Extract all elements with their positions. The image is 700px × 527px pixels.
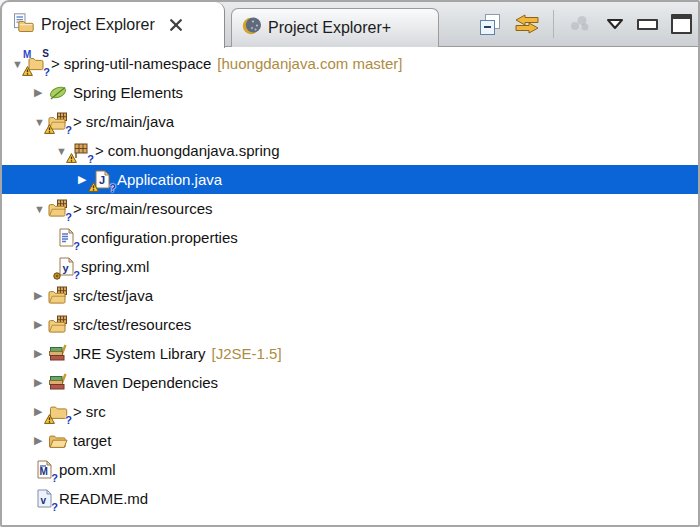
tree-item-label: src/test/java bbox=[73, 287, 153, 304]
warning-overlay-icon bbox=[44, 124, 55, 134]
tree-item-label: spring-util-namespace bbox=[64, 55, 212, 72]
package-folder-icon bbox=[48, 286, 68, 306]
tree-expander-collapsed-icon[interactable]: ▶ bbox=[34, 289, 48, 302]
tree-row-pom-xml[interactable]: M?pom.xml bbox=[2, 455, 698, 484]
tab-label: Project Explorer+ bbox=[268, 19, 391, 37]
library-icon bbox=[48, 373, 68, 393]
question-overlay-icon: ? bbox=[65, 415, 72, 426]
svg-text:y: y bbox=[63, 262, 70, 274]
tree-item-label: Spring Elements bbox=[73, 84, 183, 101]
git-dirty-prefix: > bbox=[73, 403, 82, 420]
toolbar-separator bbox=[553, 10, 554, 38]
tree-row-src-main-resources[interactable]: ▼?>src/main/resources bbox=[2, 194, 698, 223]
properties-file-icon: ? bbox=[56, 228, 76, 248]
tree-row-com-huongdanjava-spring[interactable]: ▼?>com.huongdanjava.spring bbox=[2, 136, 698, 165]
question-overlay-icon: ? bbox=[43, 67, 50, 78]
java-file-icon: J? bbox=[92, 170, 112, 190]
tree-expander-collapsed-icon[interactable]: ▶ bbox=[34, 318, 48, 331]
tree-item-label: src/test/resources bbox=[73, 316, 191, 333]
question-overlay-icon: ? bbox=[65, 125, 72, 136]
question-overlay-icon: ? bbox=[51, 502, 58, 513]
tree-item-label: pom.xml bbox=[59, 461, 116, 478]
warning-overlay-icon bbox=[44, 414, 55, 424]
maven-project-icon: MS? bbox=[26, 54, 46, 74]
view-toolbar bbox=[480, 2, 692, 46]
collapse-all-icon[interactable] bbox=[480, 14, 501, 35]
tree-item-label: src bbox=[86, 403, 106, 420]
folder-open-icon bbox=[48, 431, 68, 451]
view-tab-bar: Project Explorer Project Explorer+ bbox=[2, 2, 698, 47]
minimize-icon[interactable] bbox=[637, 19, 658, 30]
tree-row-spring-xml[interactable]: y?spring.xml bbox=[2, 252, 698, 281]
view-menu-icon[interactable] bbox=[606, 18, 624, 30]
tree-row-src-test-java[interactable]: ▶src/test/java bbox=[2, 281, 698, 310]
package-icon: ? bbox=[70, 141, 90, 161]
project-tree: ▼MS?>spring-util-namespace[huongdanjava.… bbox=[2, 47, 698, 527]
tree-row-src[interactable]: ▶?>src bbox=[2, 397, 698, 426]
git-dirty-prefix: > bbox=[95, 142, 104, 159]
tree-row-maven-dependencies[interactable]: ▶Maven Dependencies bbox=[2, 368, 698, 397]
tree-item-label: Maven Dependencies bbox=[73, 374, 218, 391]
question-overlay-icon: ? bbox=[87, 154, 94, 165]
project-explorer-icon bbox=[12, 13, 34, 37]
tree-item-label: target bbox=[73, 432, 111, 449]
decorator-text: [huongdanjava.com master] bbox=[217, 55, 402, 72]
svg-text:M: M bbox=[40, 466, 48, 477]
gear-overlay-icon bbox=[53, 272, 61, 280]
question-overlay-icon: ? bbox=[109, 183, 116, 194]
svg-text:v: v bbox=[41, 495, 47, 506]
maven-overlay-icon: M bbox=[23, 50, 31, 60]
project-explorer-window: Project Explorer Project Explorer+ bbox=[0, 0, 700, 527]
link-with-editor-icon[interactable] bbox=[514, 14, 540, 34]
tree-row-target[interactable]: ▶target bbox=[2, 426, 698, 455]
pom-file-icon: M? bbox=[34, 460, 54, 480]
warning-overlay-icon bbox=[88, 182, 99, 192]
close-icon[interactable] bbox=[168, 17, 184, 33]
tab-project-explorer-plus[interactable]: Project Explorer+ bbox=[231, 8, 439, 47]
tree-row-src-test-resources[interactable]: ▶src/test/resources bbox=[2, 310, 698, 339]
package-folder-icon: ? bbox=[48, 112, 68, 132]
tree-item-label: configuration.properties bbox=[81, 229, 238, 246]
decorator-text: [J2SE-1.5] bbox=[212, 345, 282, 362]
tree-item-label: com.huongdanjava.spring bbox=[108, 142, 280, 159]
tree-row-src-main-java[interactable]: ▼?>src/main/java bbox=[2, 107, 698, 136]
tree-row-spring-elements[interactable]: ▶Spring Elements bbox=[2, 78, 698, 107]
question-overlay-icon: ? bbox=[73, 270, 80, 281]
question-overlay-icon: ? bbox=[73, 241, 80, 252]
tree-expander-expanded-icon[interactable]: ▼ bbox=[34, 203, 48, 215]
extra-actions-icon bbox=[567, 14, 593, 34]
tree-row-readme-md[interactable]: v?README.md bbox=[2, 484, 698, 513]
tab-project-explorer[interactable]: Project Explorer bbox=[2, 2, 225, 48]
project-explorer-plus-icon bbox=[241, 16, 261, 40]
tree-row-spring-util-namespace[interactable]: ▼MS?>spring-util-namespace[huongdanjava.… bbox=[2, 49, 698, 78]
maximize-icon[interactable] bbox=[671, 14, 692, 34]
svg-text:J: J bbox=[99, 174, 105, 186]
tree-item-label: README.md bbox=[59, 490, 148, 507]
question-overlay-icon: ? bbox=[65, 212, 72, 223]
tab-label: Project Explorer bbox=[41, 16, 155, 34]
git-dirty-prefix: > bbox=[51, 55, 60, 72]
tree-item-label: src/main/resources bbox=[86, 200, 213, 217]
tree-item-label: spring.xml bbox=[81, 258, 149, 275]
tree-row-application-java[interactable]: ▶J?Application.java bbox=[2, 165, 698, 194]
collapse-all-minus-square bbox=[480, 20, 495, 35]
tree-expander-collapsed-icon[interactable]: ▶ bbox=[34, 86, 48, 99]
library-icon bbox=[48, 344, 68, 364]
warning-overlay-icon bbox=[66, 153, 77, 163]
package-folder-icon: ? bbox=[48, 199, 68, 219]
question-overlay-icon: ? bbox=[51, 473, 58, 484]
tree-expander-collapsed-icon[interactable]: ▶ bbox=[34, 347, 48, 360]
tree-expander-collapsed-icon[interactable]: ▶ bbox=[34, 434, 48, 447]
package-folder-icon bbox=[48, 315, 68, 335]
git-dirty-prefix: > bbox=[73, 113, 82, 130]
tree-row-configuration-properties[interactable]: ?configuration.properties bbox=[2, 223, 698, 252]
tree-item-label: src/main/java bbox=[86, 113, 174, 130]
tree-expander-collapsed-icon[interactable]: ▶ bbox=[34, 376, 48, 389]
spring-leaf-icon bbox=[48, 83, 68, 103]
warning-overlay-icon bbox=[22, 66, 33, 76]
readme-file-icon: v? bbox=[34, 489, 54, 509]
tree-row-jre-system-library[interactable]: ▶JRE System Library[J2SE-1.5] bbox=[2, 339, 698, 368]
spring-s-overlay-icon: S bbox=[42, 49, 49, 59]
tree-item-label: Application.java bbox=[117, 171, 222, 188]
folder-icon: ? bbox=[48, 402, 68, 422]
